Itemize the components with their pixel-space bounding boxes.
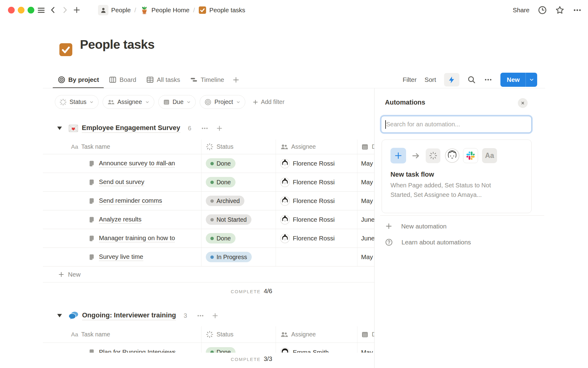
trigger-plus-icon xyxy=(390,148,406,163)
text-type-icon: Aa xyxy=(71,331,78,338)
status-cell[interactable]: Done xyxy=(201,229,276,247)
avatar xyxy=(280,234,290,243)
breadcrumb-people-tasks[interactable]: People tasks xyxy=(209,6,245,14)
window-controls[interactable] xyxy=(8,7,34,13)
share-button[interactable]: Share xyxy=(513,6,530,14)
table-grid-icon xyxy=(146,76,154,84)
column-header-task-name[interactable]: Aa Task name xyxy=(43,140,201,154)
filter-chip-project[interactable]: Project xyxy=(200,95,245,109)
status-cell[interactable]: Done xyxy=(201,173,276,191)
breadcrumb-people-home[interactable]: People Home xyxy=(152,6,190,14)
group-count: 3 xyxy=(184,312,187,319)
tab-timeline[interactable]: Timeline xyxy=(185,71,229,88)
new-automation-label: New automation xyxy=(401,223,447,230)
automation-search-input[interactable] xyxy=(386,121,531,128)
column-header-assignee[interactable]: Assignee xyxy=(276,326,357,343)
task-name[interactable]: Send reminder comms xyxy=(99,197,162,205)
favorite-star-icon[interactable] xyxy=(555,6,564,15)
zoom-window-button[interactable] xyxy=(28,7,34,13)
view-more-icon[interactable] xyxy=(484,75,492,84)
back-button[interactable] xyxy=(49,6,57,14)
task-name-cell[interactable]: Survey live time xyxy=(43,248,201,266)
assignee-cell[interactable]: Florence Rossi xyxy=(276,192,357,210)
breadcrumb-people[interactable]: People xyxy=(111,6,131,14)
assignee-cell[interactable]: Florence Rossi xyxy=(276,229,357,247)
breadcrumb-separator: / xyxy=(193,6,195,14)
search-icon[interactable] xyxy=(467,75,476,84)
forward-button[interactable] xyxy=(61,6,69,14)
target-icon xyxy=(58,76,66,84)
status-dot-icon xyxy=(210,237,214,240)
task-name[interactable]: Announce survey to #all-an xyxy=(99,159,175,167)
close-window-button[interactable] xyxy=(8,7,15,13)
close-icon[interactable] xyxy=(518,98,528,108)
status-cell[interactable]: Done xyxy=(201,154,276,173)
tab-by-project[interactable]: By project xyxy=(53,71,104,88)
new-automation-button[interactable]: New automation xyxy=(385,222,447,230)
complete-value: 3/3 xyxy=(264,355,272,362)
group-aggregate[interactable]: COMPLETE 3/3 xyxy=(43,355,276,362)
task-name[interactable]: Survey live time xyxy=(99,253,143,261)
group-title[interactable]: Employee Engagement Survey xyxy=(82,124,180,133)
status-badge[interactable]: Not Started xyxy=(206,214,251,225)
group-aggregate[interactable]: COMPLETE 4/6 xyxy=(43,288,276,295)
updates-clock-icon[interactable] xyxy=(538,6,547,15)
sidebar-toggle-icon[interactable] xyxy=(37,6,46,15)
checkbox-page-icon xyxy=(198,6,206,14)
automation-search-field[interactable] xyxy=(381,116,532,133)
assignee-cell[interactable]: Florence Rossi xyxy=(276,154,357,173)
group-add-icon[interactable] xyxy=(216,125,223,132)
page-checkbox-icon[interactable] xyxy=(59,43,73,57)
task-name[interactable]: Send out survey xyxy=(99,178,144,186)
page-title: People tasks xyxy=(80,37,155,52)
column-header-status[interactable]: Status xyxy=(201,326,276,343)
new-tab-button[interactable] xyxy=(73,6,81,14)
assignee-cell[interactable]: Florence Rossi xyxy=(276,173,357,191)
tab-all-tasks[interactable]: All tasks xyxy=(141,71,185,88)
group-more-icon[interactable] xyxy=(201,125,209,132)
people-team-icon xyxy=(98,5,108,15)
task-name[interactable]: Analyze results xyxy=(99,216,141,224)
status-badge[interactable]: Archived xyxy=(206,196,244,206)
status-badge[interactable]: Done xyxy=(206,233,236,243)
status-cell[interactable]: Archived xyxy=(201,192,276,210)
task-name-cell[interactable]: Send reminder comms xyxy=(43,192,201,210)
sort-button[interactable]: Sort xyxy=(424,76,436,83)
new-button[interactable]: New xyxy=(500,73,537,87)
filter-chip-status[interactable]: Status xyxy=(55,95,99,109)
group-more-icon[interactable] xyxy=(197,312,204,320)
group-title[interactable]: Ongoing: Interviewer training xyxy=(82,311,176,320)
minimize-window-button[interactable] xyxy=(18,7,24,13)
status-cell[interactable]: In Progress xyxy=(201,248,276,266)
filter-chip-due[interactable]: Due xyxy=(158,95,196,109)
assignee-cell[interactable] xyxy=(276,248,357,266)
group-add-icon[interactable] xyxy=(212,312,219,319)
learn-about-automations-link[interactable]: Learn about automations xyxy=(385,238,471,246)
task-name[interactable]: Manager training on how to xyxy=(99,234,175,242)
automations-lightning-button[interactable] xyxy=(444,73,459,86)
column-header-assignee[interactable]: Assignee xyxy=(276,140,357,154)
task-name-cell[interactable]: Analyze results xyxy=(43,210,201,229)
column-header-task-name[interactable]: Aa Task name xyxy=(43,326,201,343)
assignee-cell[interactable]: Florence Rossi xyxy=(276,210,357,229)
task-name-cell[interactable]: Send out survey xyxy=(43,173,201,191)
status-badge[interactable]: Done xyxy=(206,177,236,187)
status-badge[interactable]: Done xyxy=(206,158,236,169)
collapse-triangle-icon[interactable] xyxy=(57,126,62,130)
more-options-icon[interactable] xyxy=(573,6,582,15)
add-filter-button[interactable]: Add filter xyxy=(252,98,285,105)
status-badge[interactable]: In Progress xyxy=(206,252,252,262)
filter-chip-assignee[interactable]: Assignee xyxy=(103,95,154,109)
filter-button[interactable]: Filter xyxy=(403,76,417,83)
add-view-button[interactable] xyxy=(229,71,243,88)
collapse-triangle-icon[interactable] xyxy=(57,313,62,318)
status-cell[interactable]: Not Started xyxy=(201,210,276,229)
tab-board[interactable]: Board xyxy=(104,71,141,88)
automation-card-new-task-flow[interactable]: Aa New task flow When Page added, Set St… xyxy=(382,140,532,213)
task-name-cell[interactable]: Manager training on how to xyxy=(43,229,201,247)
group-header-ongoing-interviewer-training: Ongoing: Interviewer training 3 xyxy=(57,309,219,322)
new-button-label[interactable]: New xyxy=(500,76,526,83)
new-dropdown-button[interactable] xyxy=(526,73,537,87)
column-header-status[interactable]: Status xyxy=(201,140,276,154)
task-name-cell[interactable]: Announce survey to #all-an xyxy=(43,154,201,173)
